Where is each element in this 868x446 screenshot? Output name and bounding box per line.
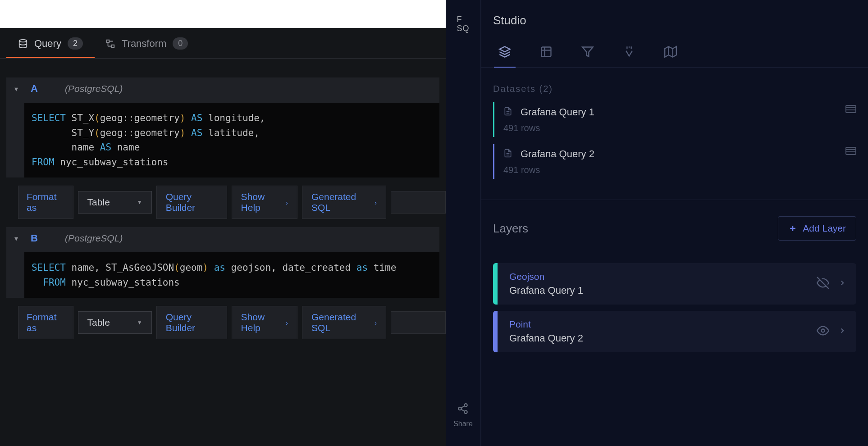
- generated-sql-button[interactable]: Generated SQL ›: [302, 306, 386, 339]
- studio-tab-filter[interactable]: [577, 38, 598, 67]
- svg-line-5: [461, 410, 465, 411]
- studio-tab-layers[interactable]: [494, 38, 516, 67]
- datasets-label: Datasets (2): [493, 84, 856, 94]
- query-area: Query 2 Transform 0 ▾ A: [0, 28, 446, 446]
- dataset-item[interactable]: Grafana Query 1 491 rows: [493, 102, 856, 137]
- left-rail: F SQ Share: [446, 0, 481, 446]
- svg-point-0: [19, 39, 27, 42]
- svg-point-1: [465, 404, 468, 407]
- svg-point-3: [465, 410, 468, 414]
- format-value: Table: [87, 317, 110, 328]
- fsq-logo: F SQ: [457, 15, 469, 33]
- dataset-badge-icon: [845, 105, 856, 115]
- format-as-label: Format as: [18, 186, 73, 219]
- generated-sql-button[interactable]: Generated SQL ›: [302, 186, 386, 219]
- layer-name: Grafana Query 2: [509, 332, 817, 344]
- top-whitespace: [0, 0, 446, 28]
- svg-marker-10: [665, 46, 676, 57]
- right-container: F SQ Share Studio: [446, 0, 868, 446]
- chevron-right-icon: ›: [375, 199, 377, 206]
- query-letter-a: A: [31, 83, 40, 95]
- chevron-right-icon: ›: [286, 319, 288, 327]
- tab-query[interactable]: Query 2: [18, 37, 83, 58]
- svg-point-26: [822, 329, 825, 332]
- eye-off-icon[interactable]: [817, 277, 829, 291]
- show-help-button[interactable]: Show Help ›: [232, 186, 297, 219]
- studio-tabs: [481, 38, 868, 68]
- query-db-b: (PostgreSQL): [65, 233, 123, 244]
- format-select-b[interactable]: Table ▼: [78, 311, 152, 334]
- query-builder-button[interactable]: Query Builder: [156, 186, 227, 219]
- svg-point-2: [459, 407, 462, 410]
- tab-query-badge: 2: [68, 37, 83, 50]
- layers-header: Layers Add Layer: [493, 216, 856, 241]
- studio-title: Studio: [481, 14, 868, 38]
- sql-editor-a[interactable]: SELECT ST_X(geog::geometry) AS longitude…: [24, 103, 439, 177]
- query-builder-button[interactable]: Query Builder: [156, 306, 227, 339]
- caret-down-icon: ▼: [137, 199, 142, 205]
- dataset-item[interactable]: Grafana Query 2 491 rows: [493, 144, 856, 179]
- svg-marker-9: [582, 47, 593, 57]
- layers-title: Layers: [493, 222, 528, 236]
- query-block-a: ▾ A (PostgreSQL) SELECT ST_X(geog::geome…: [6, 77, 439, 177]
- layer-name: Grafana Query 1: [509, 285, 817, 296]
- layer-type: Point: [509, 319, 817, 330]
- query-header-b[interactable]: ▾ B (PostgreSQL): [6, 227, 439, 250]
- dataset-rows: 491 rows: [503, 123, 856, 133]
- dataset-name: Grafana Query 2: [521, 148, 594, 160]
- chevron-right-icon: ›: [286, 199, 288, 206]
- query-letter-b: B: [31, 232, 40, 244]
- chevron-right-icon[interactable]: [838, 327, 846, 337]
- svg-rect-6: [542, 47, 551, 57]
- caret-down-icon: ▼: [137, 319, 142, 326]
- svg-line-4: [461, 406, 465, 408]
- studio-tab-columns[interactable]: [535, 38, 557, 67]
- layer-card[interactable]: Point Grafana Query 2: [493, 311, 856, 352]
- transform-icon: [105, 39, 115, 49]
- svg-rect-15: [846, 105, 856, 113]
- share-section[interactable]: Share: [453, 403, 473, 428]
- file-icon: [503, 148, 512, 160]
- query-db-a: (PostgreSQL): [65, 83, 123, 94]
- editor-tabs: Query 2 Transform 0: [0, 28, 446, 59]
- format-as-label: Format as: [18, 306, 73, 339]
- query-block-b: ▾ B (PostgreSQL) SELECT name, ST_AsGeoJS…: [6, 227, 439, 298]
- chevron-down-icon: ▾: [14, 234, 18, 243]
- show-help-button[interactable]: Show Help ›: [232, 306, 297, 339]
- share-label: Share: [453, 420, 473, 428]
- dataset-name: Grafana Query 1: [521, 106, 594, 118]
- datasets-section: Datasets (2) Grafana Query 1 491 rows: [481, 68, 868, 200]
- tab-transform[interactable]: Transform 0: [105, 37, 188, 58]
- dataset-rows: 491 rows: [503, 165, 856, 175]
- file-icon: [503, 106, 512, 118]
- query-editor-panel: Query 2 Transform 0 ▾ A: [0, 0, 446, 446]
- add-layer-button[interactable]: Add Layer: [778, 216, 856, 241]
- query-actions-b: Format as Table ▼ Query Builder Show Hel…: [0, 298, 446, 347]
- format-value: Table: [87, 197, 110, 208]
- query-actions-a: Format as Table ▼ Query Builder Show Hel…: [0, 177, 446, 227]
- svg-rect-20: [846, 147, 856, 155]
- studio-tab-interaction[interactable]: [618, 38, 640, 67]
- eye-icon[interactable]: [817, 324, 829, 339]
- chevron-right-icon[interactable]: [838, 279, 846, 289]
- extra-action[interactable]: [391, 191, 446, 214]
- layer-card[interactable]: Geojson Grafana Query 1: [493, 263, 856, 305]
- layer-type: Geojson: [509, 271, 817, 282]
- tab-query-label: Query: [34, 38, 61, 50]
- layers-section: Layers Add Layer Geojson Grafana Query 1: [481, 200, 868, 352]
- extra-action[interactable]: [391, 311, 446, 334]
- share-icon: [457, 403, 469, 416]
- query-header-a[interactable]: ▾ A (PostgreSQL): [6, 77, 439, 100]
- dataset-badge-icon: [845, 147, 856, 157]
- sql-editor-b[interactable]: SELECT name, ST_AsGeoJSON(geom) as geojs…: [24, 252, 439, 298]
- studio-tab-map[interactable]: [660, 38, 681, 67]
- chevron-right-icon: ›: [375, 319, 377, 327]
- chevron-down-icon: ▾: [14, 85, 18, 93]
- studio-panel: Studio Datasets (2): [481, 0, 868, 446]
- format-select-a[interactable]: Table ▼: [78, 191, 152, 214]
- tab-transform-badge: 0: [173, 37, 188, 50]
- tab-transform-label: Transform: [122, 38, 166, 50]
- database-icon: [18, 39, 28, 49]
